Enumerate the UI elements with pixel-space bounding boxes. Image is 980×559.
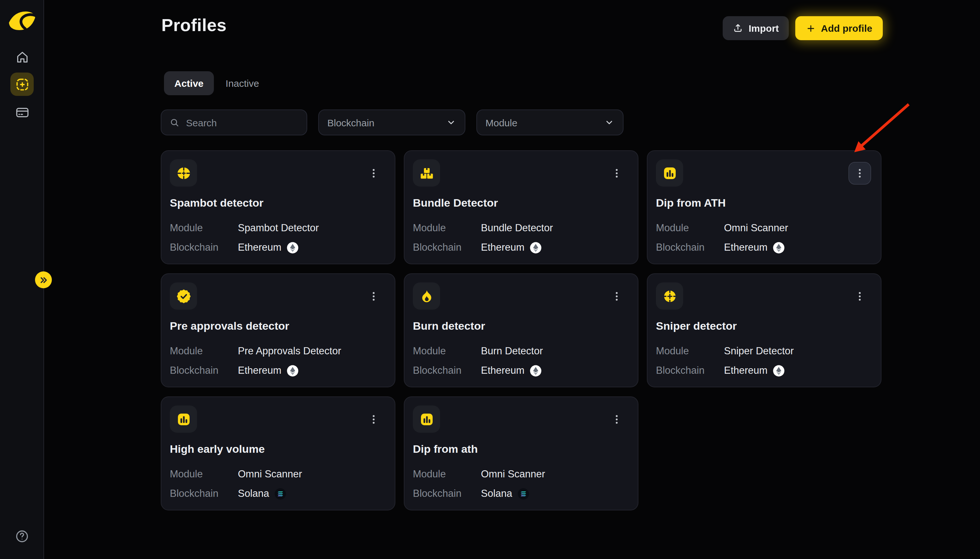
module-value: Burn Detector xyxy=(481,345,543,357)
add-profile-button[interactable]: Add profile xyxy=(795,16,882,40)
module-value: Sniper Detector xyxy=(724,345,794,357)
profile-card[interactable]: Sniper detector Module Sniper Detector B… xyxy=(647,273,882,387)
blockchain-filter-label: Blockchain xyxy=(327,117,374,128)
profile-icon-tile xyxy=(170,283,197,309)
module-label: Module xyxy=(656,222,724,235)
profile-icon-tile xyxy=(170,405,197,433)
profile-title: Burn detector xyxy=(413,319,629,334)
sidebar-expand-button[interactable] xyxy=(35,271,52,288)
sidebar xyxy=(0,0,44,559)
blockchain-value: Ethereum xyxy=(481,241,524,254)
module-label: Module xyxy=(413,222,481,235)
plus-icon xyxy=(805,23,816,33)
kebab-icon xyxy=(610,167,623,179)
module-label: Module xyxy=(170,468,238,481)
profile-card[interactable]: High early volume Module Omni Scanner Bl… xyxy=(161,397,395,510)
card-menu-button[interactable] xyxy=(362,162,385,185)
module-row: Module Omni Scanner xyxy=(656,222,872,235)
search-input[interactable] xyxy=(161,110,307,135)
card-menu-button[interactable] xyxy=(605,162,628,185)
profile-title: Dip from ATH xyxy=(656,196,872,210)
profile-icon-tile xyxy=(656,159,683,187)
package-boxes-icon xyxy=(419,165,434,180)
ethereum-icon xyxy=(529,241,542,254)
blockchain-value: Ethereum xyxy=(238,241,281,254)
profile-title: Dip from ath xyxy=(413,442,629,456)
profile-card[interactable]: Spambot detector Module Spambot Detector… xyxy=(161,150,395,264)
card-menu-button[interactable] xyxy=(849,162,871,185)
blockchain-row: Blockchain Ethereum xyxy=(170,364,386,377)
module-row: Module Spambot Detector xyxy=(170,222,386,235)
target-filled-icon xyxy=(662,289,677,303)
profile-card[interactable]: Dip from ath Module Omni Scanner Blockch… xyxy=(404,397,638,510)
home-icon xyxy=(15,50,30,64)
badge-check-icon xyxy=(176,289,191,303)
module-filter-label: Module xyxy=(486,117,517,128)
solana-icon xyxy=(275,488,287,500)
card-menu-button[interactable] xyxy=(849,285,871,308)
ethereum-icon xyxy=(773,241,785,254)
blockchain-value: Solana xyxy=(238,487,269,500)
profile-card[interactable]: Bundle Detector Module Bundle Detector B… xyxy=(404,150,638,264)
add-profile-button-label: Add profile xyxy=(821,23,872,34)
blockchain-label: Blockchain xyxy=(170,487,238,500)
module-value: Pre Approvals Detector xyxy=(238,345,341,357)
module-row: Module Sniper Detector xyxy=(656,345,872,357)
card-menu-button[interactable] xyxy=(362,285,385,308)
ethereum-icon xyxy=(287,241,299,254)
profile-title: High early volume xyxy=(170,442,386,456)
solana-icon xyxy=(517,488,530,500)
card-menu-button[interactable] xyxy=(605,285,628,308)
module-label: Module xyxy=(413,468,481,481)
search-box xyxy=(161,109,307,136)
blockchain-row: Blockchain Ethereum xyxy=(656,364,872,377)
profile-card[interactable]: Burn detector Module Burn Detector Block… xyxy=(404,273,638,387)
module-label: Module xyxy=(656,345,724,357)
blockchain-row: Blockchain Solana xyxy=(170,487,386,500)
blockchain-label: Blockchain xyxy=(413,487,481,500)
brand-eye-logo-icon[interactable] xyxy=(8,7,36,36)
profile-icon-tile xyxy=(413,405,440,433)
blockchain-value: Ethereum xyxy=(724,241,768,254)
chevron-down-icon xyxy=(446,117,456,127)
blockchain-row: Blockchain Ethereum xyxy=(413,364,629,377)
import-button[interactable]: Import xyxy=(723,16,788,40)
kebab-icon xyxy=(368,413,380,425)
module-filter[interactable]: Module xyxy=(476,109,623,136)
sidebar-item-billing[interactable] xyxy=(10,101,34,124)
blockchain-label: Blockchain xyxy=(656,364,724,377)
module-label: Module xyxy=(170,222,238,235)
card-menu-button[interactable] xyxy=(362,408,385,431)
ethereum-icon xyxy=(529,364,542,377)
module-row: Module Omni Scanner xyxy=(170,468,386,481)
blockchain-label: Blockchain xyxy=(170,241,238,254)
blockchain-value: Ethereum xyxy=(238,364,281,377)
blockchain-value: Solana xyxy=(481,487,512,500)
import-button-label: Import xyxy=(749,23,779,34)
profile-icon-tile xyxy=(413,159,440,187)
tab-active[interactable]: Active xyxy=(164,71,214,95)
blockchain-row: Blockchain Ethereum xyxy=(413,241,629,254)
profile-icon-tile xyxy=(413,283,440,309)
profiles-grid: Spambot detector Module Spambot Detector… xyxy=(161,150,882,510)
module-value: Spambot Detector xyxy=(238,222,319,235)
flame-icon xyxy=(419,289,434,303)
card-menu-button[interactable] xyxy=(605,408,628,431)
profile-card[interactable]: Dip from ATH Module Omni Scanner Blockch… xyxy=(647,150,882,264)
bar-chart-icon xyxy=(419,412,434,427)
blockchain-filter[interactable]: Blockchain xyxy=(318,109,465,136)
module-row: Module Omni Scanner xyxy=(413,468,629,481)
page-title: Profiles xyxy=(161,15,227,36)
blockchain-label: Blockchain xyxy=(656,241,724,254)
module-value: Omni Scanner xyxy=(238,468,302,481)
kebab-icon xyxy=(368,167,380,179)
target-dashed-icon xyxy=(176,165,191,180)
profile-card[interactable]: Pre approvals detector Module Pre Approv… xyxy=(161,273,395,387)
sidebar-item-profiles[interactable] xyxy=(10,73,34,96)
tab-inactive[interactable]: Inactive xyxy=(224,71,261,95)
sidebar-item-home[interactable] xyxy=(10,45,34,69)
kebab-icon xyxy=(610,413,623,425)
help-button[interactable] xyxy=(15,529,29,544)
blockchain-label: Blockchain xyxy=(413,241,481,254)
module-value: Bundle Detector xyxy=(481,222,553,235)
